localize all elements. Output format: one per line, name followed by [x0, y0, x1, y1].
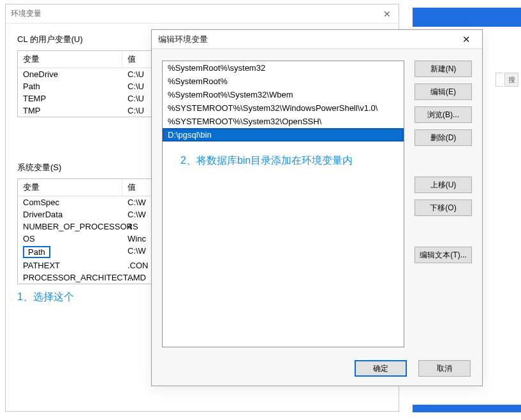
background-blue-bar-top: [413, 8, 521, 27]
cell-variable: PATHEXT: [18, 259, 122, 272]
search-icon[interactable]: 搜: [504, 73, 518, 87]
cell-variable: OS: [18, 233, 122, 245]
edit-window-footer: 确定 取消: [162, 358, 472, 378]
list-item[interactable]: %SYSTEMROOT%\System32\WindowsPowerShell\…: [163, 101, 404, 115]
cell-variable: PROCESSOR_ARCHITECT...: [18, 272, 122, 284]
list-item[interactable]: %SystemRoot%\system32: [163, 61, 404, 75]
edit-window-titlebar: 编辑环境变量 ✕: [152, 30, 482, 49]
edit-text-button[interactable]: 编辑文本(T)...: [415, 247, 472, 263]
list-item[interactable]: %SystemRoot%\System32\Wbem: [163, 88, 404, 101]
annotation-2: 2、将数据库bin目录添加在环境变量内: [163, 141, 404, 173]
delete-button[interactable]: 删除(D): [415, 129, 472, 146]
close-icon[interactable]: ✕: [381, 8, 393, 20]
highlight-box: Path: [23, 246, 50, 258]
cell-variable: OneDrive: [18, 68, 122, 80]
env-window-title: 环境变量: [11, 8, 41, 19]
edit-window-title: 编辑环境变量: [158, 34, 208, 45]
side-buttons: 新建(N) 编辑(E) 浏览(B)... 删除(D) 上移(U) 下移(O) 编…: [415, 61, 472, 347]
move-down-button[interactable]: 下移(O): [415, 199, 472, 216]
ok-button[interactable]: 确定: [355, 360, 407, 377]
new-button[interactable]: 新建(N): [415, 61, 472, 77]
cell-variable: TEMP: [18, 92, 122, 105]
env-window-titlebar: 环境变量 ✕: [6, 4, 399, 24]
cell-variable: DriverData: [18, 208, 122, 221]
path-listbox[interactable]: %SystemRoot%\system32%SystemRoot%%System…: [162, 61, 404, 347]
background-frame-edge: [495, 73, 503, 87]
header-variable: 变量: [18, 51, 122, 68]
cell-variable: TMP: [18, 105, 122, 117]
edit-button[interactable]: 编辑(E): [415, 83, 472, 100]
edit-env-variable-window: 编辑环境变量 ✕ %SystemRoot%\system32%SystemRoo…: [151, 29, 483, 386]
browse-button[interactable]: 浏览(B)...: [415, 106, 472, 123]
header-variable: 变量: [18, 179, 122, 196]
cell-variable: ComSpec: [18, 196, 122, 208]
list-item[interactable]: %SystemRoot%: [163, 75, 404, 88]
cell-variable: Path: [18, 80, 122, 92]
move-up-button[interactable]: 上移(U): [415, 177, 472, 193]
background-blue-bar-bottom: [413, 405, 521, 412]
cell-variable: Path: [18, 245, 122, 259]
cancel-button[interactable]: 取消: [418, 360, 471, 377]
close-icon[interactable]: ✕: [457, 33, 476, 47]
cell-variable: NUMBER_OF_PROCESSORS: [18, 221, 122, 233]
list-item[interactable]: D:\pgsql\bin: [163, 128, 404, 141]
list-item[interactable]: %SYSTEMROOT%\System32\OpenSSH\: [163, 115, 404, 128]
